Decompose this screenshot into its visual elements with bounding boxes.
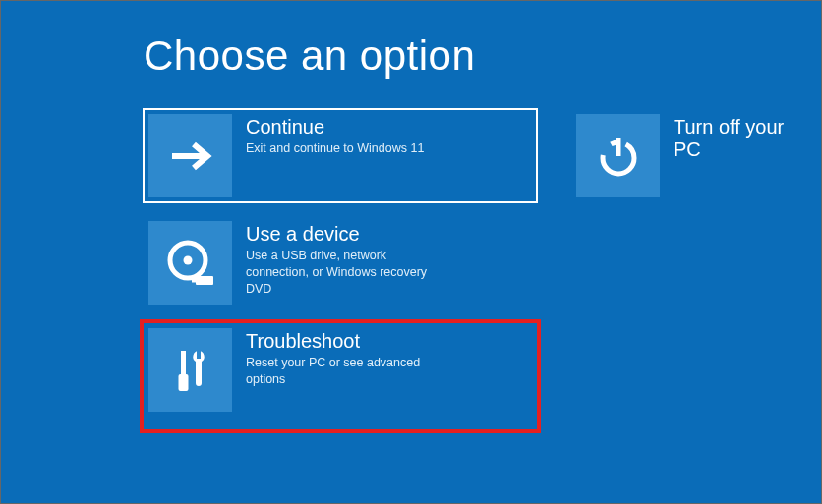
troubleshoot-label: Troubleshoot	[246, 330, 532, 353]
svg-rect-6	[197, 351, 201, 359]
continue-label: Continue	[246, 116, 532, 139]
turn-off-tile[interactable]: Turn off your PC	[571, 109, 821, 202]
turn-off-text: Turn off your PC	[660, 114, 816, 163]
svg-rect-3	[192, 278, 197, 282]
use-device-label: Use a device	[246, 223, 532, 246]
options-column-left: Continue Exit and continue to Windows 11…	[144, 109, 537, 443]
tools-icon	[148, 328, 232, 412]
svg-rect-4	[181, 351, 186, 374]
power-icon	[576, 114, 660, 197]
troubleshoot-desc: Reset your PC or see advanced options	[246, 355, 452, 388]
turn-off-label: Turn off your PC	[674, 116, 816, 161]
continue-desc: Exit and continue to Windows 11	[246, 140, 452, 157]
use-device-tile[interactable]: Use a device Use a USB drive, network co…	[144, 216, 537, 309]
use-device-text: Use a device Use a USB drive, network co…	[232, 221, 532, 298]
page-title: Choose an option	[144, 32, 475, 80]
svg-rect-5	[178, 374, 188, 391]
continue-tile[interactable]: Continue Exit and continue to Windows 11	[144, 109, 537, 202]
troubleshoot-text: Troubleshoot Reset your PC or see advanc…	[232, 328, 532, 388]
svg-rect-2	[196, 276, 213, 285]
use-device-desc: Use a USB drive, network connection, or …	[246, 248, 452, 298]
continue-text: Continue Exit and continue to Windows 11	[232, 114, 532, 157]
disc-usb-icon	[148, 221, 232, 305]
svg-point-1	[183, 255, 192, 264]
troubleshoot-tile[interactable]: Troubleshoot Reset your PC or see advanc…	[144, 323, 537, 429]
arrow-right-icon	[148, 114, 232, 197]
